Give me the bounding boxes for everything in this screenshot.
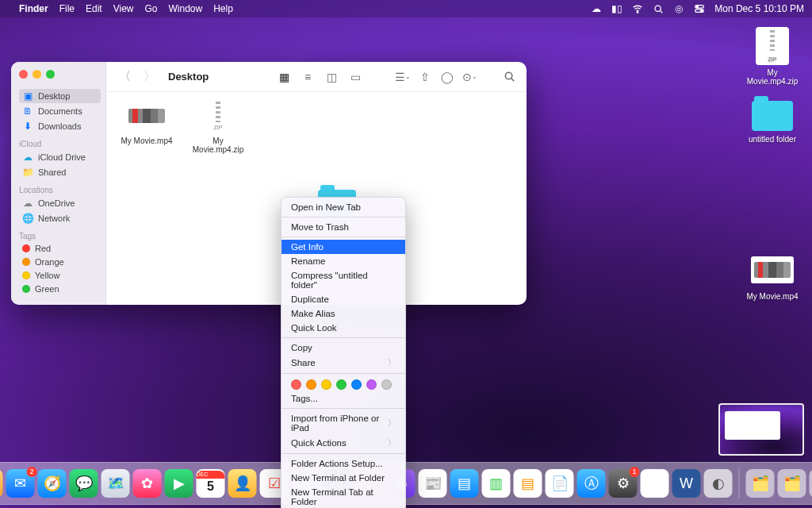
svg-line-8 — [511, 79, 513, 81]
dock-app-mail[interactable]: ✉︎2 — [6, 469, 35, 498]
svg-point-6 — [701, 10, 703, 12]
dock-stack-downloads[interactable]: 🗂️ — [746, 469, 775, 498]
tag-gray[interactable] — [381, 379, 392, 390]
menu-help[interactable]: Help — [213, 3, 233, 14]
file-label: My — [182, 137, 254, 145]
menu-window[interactable]: Window — [169, 3, 203, 14]
gallery-view-button[interactable]: ▭ — [347, 69, 363, 85]
dock-app-system-preferences[interactable]: ⚙︎1 — [609, 469, 638, 498]
battery-icon[interactable]: ▮▯ — [611, 3, 622, 14]
file-item-video[interactable]: My Movie.mp4 — [111, 98, 182, 145]
dock-app-news[interactable]: 📰 — [419, 469, 447, 498]
share-button[interactable]: ⇧ — [417, 69, 433, 85]
tag-green[interactable] — [336, 379, 347, 390]
desktop-file-video[interactable]: My Movie.mp4 — [741, 251, 804, 301]
tag-purple[interactable] — [366, 379, 377, 390]
dock-app-calendar[interactable]: DEC 5 — [197, 469, 225, 498]
ctx-quick-actions[interactable]: Quick Actions〉 — [282, 435, 405, 451]
sysprefs-badge: 1 — [630, 467, 640, 477]
dock-app-appstore[interactable]: Ⓐ — [577, 469, 606, 498]
dock-app-numbers[interactable]: ▥ — [482, 469, 511, 498]
network-icon: 🌐 — [22, 213, 33, 224]
ctx-new-terminal-tab[interactable]: New Terminal Tab at Folder — [282, 485, 405, 508]
tag-orange[interactable] — [306, 379, 316, 390]
sidebar-item-icloud-drive[interactable]: ☁︎ iCloud Drive — [19, 150, 101, 164]
dock-app-chrome[interactable]: ◯ — [641, 469, 669, 498]
ctx-quick-look[interactable]: Quick Look — [282, 321, 405, 335]
dock-app-messages[interactable]: 💬 — [70, 469, 98, 498]
tag-blue[interactable] — [351, 379, 362, 390]
ctx-tags[interactable]: Tags... — [282, 391, 405, 406]
back-button[interactable]: 〈 — [116, 69, 134, 84]
cloud-icon[interactable]: ☁︎ — [591, 3, 602, 14]
svg-line-2 — [660, 10, 662, 13]
list-view-button[interactable]: ≡ — [300, 69, 316, 85]
menu-view[interactable]: View — [113, 3, 134, 14]
ctx-label: New Terminal Tab at Folder — [291, 487, 396, 506]
ctx-move-to-trash[interactable]: Move to Trash — [282, 220, 405, 234]
sidebar-item-onedrive[interactable]: ☁︎ OneDrive — [19, 196, 101, 210]
ctx-get-info[interactable]: Get Info — [282, 240, 405, 254]
user-icon[interactable]: ◎ — [673, 3, 684, 14]
dock-app-photos[interactable]: ✿ — [133, 469, 162, 498]
tag-red[interactable] — [291, 379, 301, 390]
group-by-button[interactable]: ☰⌄ — [395, 69, 411, 85]
menu-edit[interactable]: Edit — [86, 3, 102, 14]
desktop-folder-untitled[interactable]: untitled folder — [741, 94, 804, 144]
ctx-rename[interactable]: Rename — [282, 254, 405, 268]
sidebar-tag-red[interactable]: Red — [19, 242, 101, 255]
file-item-zip[interactable]: ZIP My Movie.mp4.zip — [182, 98, 254, 154]
dock-app-contacts[interactable]: 👤 — [228, 469, 257, 498]
ctx-compress[interactable]: Compress "untitled folder" — [282, 268, 405, 292]
dock-app-facetime[interactable]: ▶︎ — [165, 469, 193, 498]
desktop-file-zip[interactable]: ZIP My Movie.mp4.zip — [741, 27, 804, 86]
action-button[interactable]: ⊙⌄ — [462, 69, 477, 85]
menu-file[interactable]: File — [59, 3, 75, 14]
menubar-clock[interactable]: Mon Dec 5 10:10 PM — [714, 3, 804, 14]
sidebar-item-downloads[interactable]: ⬇ Downloads — [19, 119, 101, 133]
ctx-open-new-tab[interactable]: Open in New Tab — [282, 200, 405, 214]
dock-stack-documents[interactable]: 🗂️ — [810, 469, 813, 498]
search-button[interactable] — [501, 69, 517, 85]
zoom-button[interactable] — [46, 70, 55, 79]
dock-app-maps[interactable]: 🗺️ — [102, 469, 130, 498]
ctx-new-terminal[interactable]: New Terminal at Folder — [282, 471, 405, 485]
ctx-folder-actions[interactable]: Folder Actions Setup... — [282, 456, 405, 471]
minimize-button[interactable] — [33, 70, 41, 79]
ctx-copy[interactable]: Copy — [282, 341, 405, 355]
app-menu-finder[interactable]: Finder — [19, 3, 48, 14]
finder-sidebar: ▣ Desktop 🗎 Documents ⬇ Downloads iCloud… — [11, 62, 106, 305]
icon-view-button[interactable]: ▦ — [276, 69, 292, 85]
column-view-button[interactable]: ◫ — [324, 69, 339, 85]
sidebar-tag-orange[interactable]: Orange — [19, 256, 101, 268]
sidebar-item-desktop[interactable]: ▣ Desktop — [19, 89, 101, 103]
sidebar-item-shared[interactable]: 📁 Shared — [19, 165, 101, 179]
dock-app-appstore-alt[interactable]: ▤ — [450, 469, 479, 498]
ctx-duplicate[interactable]: Duplicate — [282, 292, 405, 306]
dock-app-word[interactable]: W — [672, 469, 701, 498]
sidebar-tag-yellow[interactable]: Yellow — [19, 269, 101, 282]
svg-point-1 — [655, 6, 661, 11]
sidebar-item-documents[interactable]: 🗎 Documents — [19, 104, 101, 118]
sidebar-item-network[interactable]: 🌐 Network — [19, 211, 101, 225]
dock-app-pages[interactable]: 📄 — [546, 469, 574, 498]
close-button[interactable] — [19, 70, 28, 79]
tags-button[interactable]: ◯ — [439, 69, 455, 85]
dock-app-launchpad[interactable]: ▦ — [0, 469, 3, 498]
spotlight-icon[interactable] — [653, 3, 664, 14]
ctx-make-alias[interactable]: Make Alias — [282, 306, 405, 321]
ctx-share[interactable]: Share〉 — [282, 355, 405, 371]
control-center-icon[interactable] — [694, 3, 705, 14]
tag-yellow[interactable] — [321, 379, 331, 390]
screen-recording-thumbnail[interactable] — [718, 403, 804, 456]
menu-go[interactable]: Go — [145, 3, 158, 14]
sidebar-tag-green[interactable]: Green — [19, 283, 101, 295]
forward-button[interactable]: 〉 — [140, 69, 159, 84]
dock-app-cleanmymac[interactable]: ◐ — [704, 469, 733, 498]
dock-stack-recent[interactable]: 🗂️ — [778, 469, 806, 498]
wifi-icon[interactable] — [632, 3, 643, 14]
dock-app-keynote[interactable]: ▤ — [514, 469, 542, 498]
chevron-right-icon: 〉 — [388, 437, 396, 448]
ctx-import-ios[interactable]: Import from iPhone or iPad〉 — [282, 411, 405, 435]
dock-app-safari[interactable]: 🧭 — [38, 469, 67, 498]
